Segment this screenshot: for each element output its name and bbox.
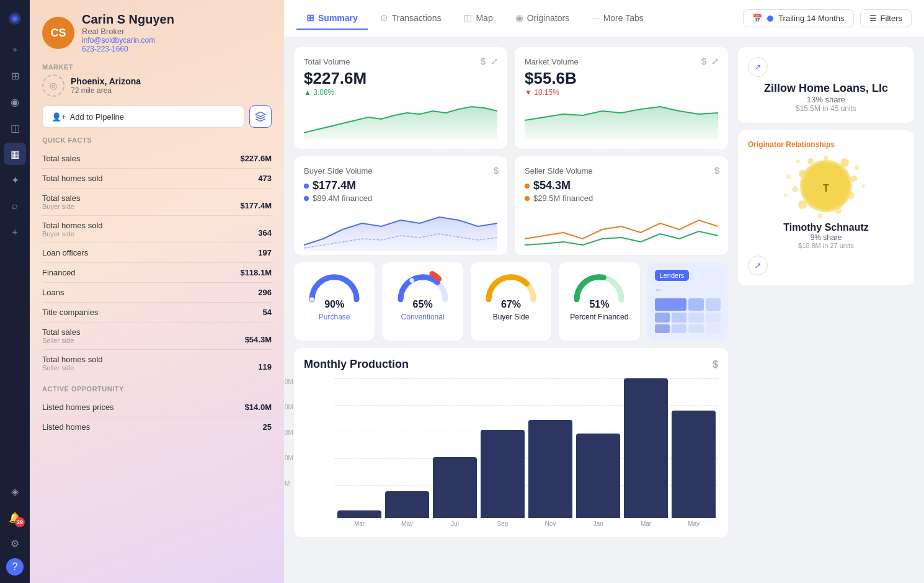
bar-group-may2: May	[672, 378, 716, 527]
tab-transactions[interactable]: ⊙ Transactions	[370, 7, 451, 30]
nav-plus[interactable]: ＋	[4, 221, 26, 243]
tab-transactions-label: Transactions	[392, 13, 442, 23]
nav-help[interactable]: ?	[6, 558, 24, 576]
nav-chart[interactable]: ▦	[4, 143, 26, 165]
gauge-conventional: 65% Conventional	[382, 262, 463, 340]
buyer-seller-cards: Buyer Side Volume $ $177.4M $89.4M finan…	[294, 156, 728, 255]
nav-message[interactable]: ◈	[4, 480, 26, 502]
svg-point-15	[798, 200, 807, 209]
lender-cell-10	[688, 324, 703, 333]
production-dollar-icon[interactable]: $	[713, 359, 718, 370]
seller-side-title: Seller Side Volume	[525, 166, 718, 176]
sidebar: CS Carin S Nguyen Real Broker info@soldb…	[30, 0, 284, 583]
zillow-arrow-icon[interactable]: ↗	[748, 57, 768, 77]
fact-row-title: Title companies 54	[42, 303, 272, 323]
broker-name: Carin S Nguyen	[82, 12, 174, 27]
lender-cell-3	[706, 298, 721, 311]
dollar-icon-3[interactable]: $	[494, 165, 499, 176]
gauge-financed-value: 51%	[589, 299, 609, 310]
svg-point-9	[824, 156, 828, 161]
gauge-buyer-side-value: 67%	[501, 299, 521, 310]
originator-card: Originator Relationships	[738, 130, 914, 285]
dollar-icon-4[interactable]: $	[714, 165, 719, 176]
expand-icon-2[interactable]: ⤢	[711, 56, 719, 67]
buyer-side-chart	[304, 208, 497, 245]
bar-may2	[672, 411, 716, 518]
svg-point-7	[799, 170, 806, 177]
gauge-buyer-side: 67% Buyer Side	[471, 262, 551, 340]
svg-point-8	[807, 158, 814, 164]
bar-label-mar2: Mar	[641, 520, 651, 527]
svg-point-13	[835, 208, 842, 214]
fact-value-4: 197	[258, 248, 272, 257]
fact-row-loan-officers: Loan officers 197	[42, 243, 272, 263]
filters-button[interactable]: ☰ Filters	[860, 9, 912, 27]
top-nav: ⊞ Summary ⊙ Transactions ◫ Map ◉ Origina…	[284, 0, 924, 37]
market-area: 72 mile area	[71, 86, 141, 95]
buyer-value-1: $177.4M	[313, 179, 356, 192]
broker-email[interactable]: info@soldbycarin.com	[82, 36, 174, 45]
fact-value-6: 296	[258, 288, 272, 297]
action-icon-button[interactable]	[249, 105, 272, 128]
nav-gear[interactable]: ⚙	[4, 532, 26, 554]
fact-value-9: 119	[258, 362, 272, 372]
fact-row-total-sales: Total sales $227.6M	[42, 149, 272, 169]
buyer-value-2: $89.4M financed	[313, 194, 372, 203]
trailing-button[interactable]: 📅 Trailing 14 Months	[743, 9, 853, 27]
nav-collapse[interactable]: »	[4, 38, 26, 61]
summary-icon: ⊞	[306, 12, 314, 24]
buyer-side-title: Buyer Side Volume	[304, 166, 497, 176]
fact-row-homes-sold: Total homes sold 473	[42, 169, 272, 189]
market-volume-title: Market Volume	[525, 57, 718, 66]
zillow-share: 13% share	[748, 95, 904, 104]
svg-point-12	[847, 192, 855, 199]
gauge-buyer-side-label: Buyer Side	[493, 313, 530, 321]
buyer-side-card: Buyer Side Volume $ $177.4M $89.4M finan…	[294, 156, 507, 255]
fact-label-5: Financed	[42, 268, 75, 277]
transactions-icon: ⊙	[380, 12, 388, 24]
bar-label-jul: Jul	[451, 520, 459, 527]
lenders-card[interactable]: Lenders ←	[647, 262, 728, 340]
market-name: Phoenix, Arizona	[71, 76, 141, 86]
bubble-visualization: T	[748, 155, 904, 217]
lender-cell-7	[706, 313, 721, 323]
svg-point-11	[851, 176, 857, 182]
fact-label-7: Title companies	[42, 308, 99, 317]
seller-dot-1	[525, 184, 530, 189]
nav-grid[interactable]: ⊞	[4, 65, 26, 87]
fact-label-8: Total sales	[42, 327, 80, 337]
gauge-purchase-value: 90%	[324, 299, 344, 310]
tab-summary[interactable]: ⊞ Summary	[296, 7, 368, 30]
originator-arrow-icon[interactable]: ↗	[748, 256, 768, 275]
fact-label-1: Total homes sold	[42, 174, 103, 183]
fact-label-9: Total homes sold	[42, 355, 103, 364]
nav-person[interactable]: ◉	[4, 91, 26, 113]
bar-nov	[528, 420, 572, 518]
calendar-icon: 📅	[752, 14, 762, 23]
nav-bell[interactable]: 🔔 29	[4, 506, 26, 528]
nav-search[interactable]: ⌕	[4, 195, 26, 217]
expand-icon[interactable]: ⤢	[491, 56, 499, 67]
originators-icon: ◉	[515, 12, 523, 24]
quick-facts-label: QUICK FACTS	[42, 136, 272, 144]
nav-logo[interactable]	[4, 7, 26, 30]
add-to-pipeline-button[interactable]: 👤+ Add to Pipeline	[42, 105, 244, 128]
bar-group-may1: May	[385, 378, 429, 527]
tab-originators[interactable]: ◉ Originators	[505, 7, 579, 30]
bar-may1	[385, 491, 429, 518]
tab-more-tabs[interactable]: ··· More Tabs	[582, 7, 654, 29]
fact-value-0: $227.6M	[240, 154, 272, 163]
buyer-dot-1	[304, 184, 309, 189]
nav-sparkle[interactable]: ✦	[4, 169, 26, 191]
total-volume-card: Total Volume $227.6M ▲ 3.08% $ ⤢	[294, 47, 507, 149]
top-nav-right: 📅 Trailing 14 Months ☰ Filters	[743, 9, 912, 27]
nav-chat[interactable]: ◫	[4, 117, 26, 139]
broker-phone[interactable]: 623-223-1660	[82, 45, 174, 53]
tab-map[interactable]: ◫ Map	[453, 7, 502, 30]
bar-label-sep: Sep	[497, 520, 509, 527]
gauge-purchase: 90% Purchase	[294, 262, 375, 340]
lender-cell-8	[655, 324, 670, 333]
market-volume-change: ▼ 10.15%	[525, 88, 718, 97]
dollar-icon[interactable]: $	[481, 56, 486, 67]
dollar-icon-2[interactable]: $	[701, 56, 706, 67]
